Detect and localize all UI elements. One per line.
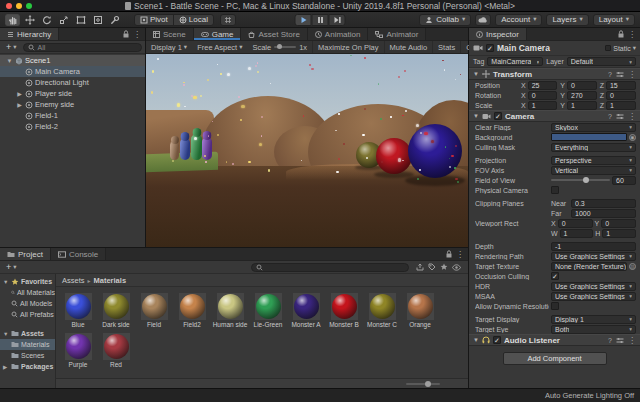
rotation-y-field[interactable]: 270 <box>567 91 597 100</box>
mute-audio-button[interactable]: Mute Audio <box>384 41 433 53</box>
favorites-foldout[interactable]: ▼ Favorites <box>0 276 55 287</box>
project-search-input[interactable] <box>251 263 409 272</box>
lock-icon[interactable] <box>123 30 129 38</box>
physical-camera-checkbox[interactable] <box>551 186 559 194</box>
depth-field[interactable]: -1 <box>551 242 636 251</box>
material-item-lie-green[interactable]: Lie-Green <box>254 293 282 328</box>
fov-axis-dropdown[interactable]: Vertical▾ <box>551 166 636 175</box>
lock-icon[interactable] <box>618 30 624 38</box>
close-window-button[interactable] <box>6 3 12 9</box>
collab-button[interactable]: Collab▾ <box>419 14 471 26</box>
folder-materials[interactable]: Materials <box>0 339 55 350</box>
presets-icon[interactable] <box>616 71 624 78</box>
static-checkbox[interactable] <box>605 45 611 51</box>
maximize-on-play-button[interactable]: Maximize On Play <box>312 41 383 53</box>
favorite-icon[interactable] <box>440 263 448 271</box>
expand-arrow-icon[interactable]: ▶ <box>16 101 23 108</box>
panel-menu-icon[interactable]: ⋮ <box>456 250 464 259</box>
account-dropdown[interactable]: Account▾ <box>495 14 542 26</box>
open-asset-icon[interactable] <box>416 263 424 271</box>
pivot-toggle-button[interactable]: Pivot <box>135 15 173 25</box>
hierarchy-item-scene1[interactable]: ▼ Scene1 <box>0 55 145 66</box>
hierarchy-item-directional-light[interactable]: ▶ Directional Light <box>0 77 145 88</box>
material-item-blue[interactable]: Blue <box>64 293 92 328</box>
tag-dropdown[interactable]: MainCamera▾ <box>487 57 543 66</box>
assets-foldout[interactable]: ▼ Assets <box>0 328 55 339</box>
material-item-dark-side[interactable]: Dark side <box>102 293 130 328</box>
label-icon[interactable] <box>428 263 436 271</box>
culling-mask-dropdown[interactable]: Everything▾ <box>551 143 636 152</box>
eyedropper-icon[interactable]: ◉ <box>629 134 636 141</box>
panel-menu-icon[interactable]: ⋮ <box>628 30 636 39</box>
layout-dropdown[interactable]: Layout▾ <box>593 14 635 26</box>
tab-project[interactable]: Project <box>0 248 51 260</box>
aspect-ratio-dropdown[interactable]: Free Aspect▾ <box>192 41 247 53</box>
layer-dropdown[interactable]: Default▾ <box>567 57 636 66</box>
scale-tool-button[interactable] <box>56 14 71 26</box>
hierarchy-item-field-1[interactable]: ▶ Field-1 <box>0 110 145 121</box>
scale-x-field[interactable]: 1 <box>528 101 558 110</box>
material-item-monster-b[interactable]: Monster B <box>330 293 358 328</box>
help-icon[interactable]: ? <box>608 71 612 78</box>
object-picker-icon[interactable]: ◎ <box>629 263 636 270</box>
hdr-dropdown[interactable]: Use Graphics Settings▾ <box>551 282 636 291</box>
target-display-dropdown[interactable]: Display 1▾ <box>551 315 636 324</box>
create-asset-button[interactable]: +▾ <box>3 262 20 272</box>
help-icon[interactable]: ? <box>608 337 612 344</box>
static-dropdown[interactable]: Static▾ <box>605 45 636 52</box>
scale-z-field[interactable]: 1 <box>606 101 636 110</box>
tab-asset-store[interactable]: Asset Store <box>241 28 307 40</box>
audio-listener-component-header[interactable]: ▼ Audio Listener ?⋮ <box>469 334 640 346</box>
favorites-all-prefabs[interactable]: All Prefabs <box>0 309 55 320</box>
minimize-window-button[interactable] <box>16 3 22 9</box>
projection-dropdown[interactable]: Perspective▾ <box>551 156 636 165</box>
rect-tool-button[interactable] <box>73 14 88 26</box>
fullscreen-window-button[interactable] <box>26 3 32 9</box>
background-color-swatch[interactable] <box>551 133 627 141</box>
panel-menu-icon[interactable]: ⋮ <box>133 30 141 39</box>
occlusion-culling-checkbox[interactable] <box>551 272 559 280</box>
grid-snap-button[interactable] <box>220 14 236 26</box>
lock-icon[interactable] <box>446 250 452 258</box>
transform-tool-button[interactable] <box>90 14 105 26</box>
gameobject-enabled-checkbox[interactable] <box>486 44 494 52</box>
tab-game[interactable]: Game <box>194 28 242 40</box>
hierarchy-item-main-camera[interactable]: ▶ Main Camera <box>0 66 145 77</box>
presets-icon[interactable] <box>616 337 624 344</box>
presets-icon[interactable] <box>616 113 624 120</box>
play-button[interactable] <box>295 14 312 26</box>
clipping-near-field[interactable]: 0.3 <box>571 199 636 208</box>
game-view-canvas[interactable] <box>146 54 468 247</box>
viewport-y-field[interactable]: 0 <box>601 219 636 228</box>
viewport-x-field[interactable]: 0 <box>558 219 593 228</box>
step-button[interactable] <box>329 14 346 26</box>
layers-dropdown[interactable]: Layers▾ <box>546 14 588 26</box>
material-item-purple[interactable]: Purple <box>64 333 92 368</box>
thumbnail-size-slider[interactable] <box>406 383 440 385</box>
cloud-button[interactable] <box>475 14 491 26</box>
msaa-dropdown[interactable]: Use Graphics Settings▾ <box>551 292 636 301</box>
audio-listener-enabled-checkbox[interactable] <box>493 336 501 344</box>
auto-generate-lighting-toggle[interactable]: Auto Generate Lighting Off <box>545 391 634 400</box>
target-eye-dropdown[interactable]: Both▾ <box>551 325 636 334</box>
scale-slider[interactable] <box>274 46 296 48</box>
material-item-red[interactable]: Red <box>102 333 130 368</box>
fov-value-field[interactable]: 60 <box>612 176 636 185</box>
material-item-human-side[interactable]: Human side <box>216 293 244 328</box>
position-y-field[interactable]: 0 <box>567 81 597 90</box>
foldout-icon[interactable]: ▼ <box>473 337 479 343</box>
component-menu-icon[interactable]: ⋮ <box>628 70 636 79</box>
tab-hierarchy[interactable]: Hierarchy <box>0 28 59 40</box>
clear-flags-dropdown[interactable]: Skybox▾ <box>551 123 636 132</box>
add-component-button[interactable]: Add Component <box>503 352 607 365</box>
custom-tool-button[interactable] <box>107 14 122 26</box>
breadcrumb-root[interactable]: Assets <box>62 276 85 285</box>
hierarchy-item-enemy-side[interactable]: ▶ Enemy side <box>0 99 145 110</box>
fov-slider[interactable] <box>551 179 610 181</box>
material-item-monster-c[interactable]: Monster C <box>368 293 396 328</box>
local-toggle-button[interactable]: Local <box>173 15 213 25</box>
pause-button[interactable] <box>312 14 329 26</box>
tab-inspector[interactable]: Inspector <box>469 28 527 40</box>
move-tool-button[interactable] <box>22 14 37 26</box>
hierarchy-search-input[interactable]: All <box>23 43 142 52</box>
